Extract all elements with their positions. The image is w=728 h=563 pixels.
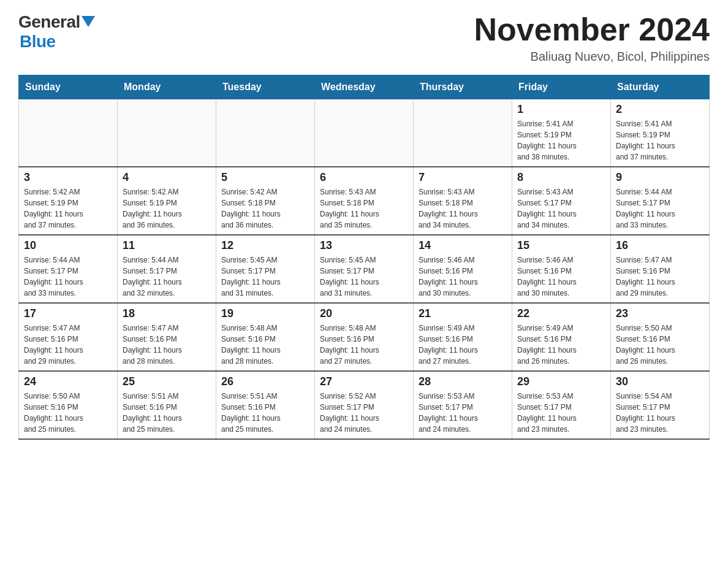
calendar-week-row: 24Sunrise: 5:50 AMSunset: 5:16 PMDayligh…	[19, 371, 710, 439]
calendar-cell: 18Sunrise: 5:47 AMSunset: 5:16 PMDayligh…	[118, 303, 216, 371]
day-number: 15	[517, 239, 605, 252]
main-title: November 2024	[474, 12, 710, 47]
calendar-cell: 14Sunrise: 5:46 AMSunset: 5:16 PMDayligh…	[414, 235, 512, 303]
day-number: 5	[221, 171, 309, 184]
day-info: Sunrise: 5:46 AMSunset: 5:16 PMDaylight:…	[419, 255, 507, 299]
day-info: Sunrise: 5:47 AMSunset: 5:16 PMDaylight:…	[616, 255, 704, 299]
day-number: 29	[517, 375, 605, 388]
logo-triangle-icon	[82, 16, 95, 27]
weekday-header-row: SundayMondayTuesdayWednesdayThursdayFrid…	[19, 75, 710, 99]
calendar-cell: 23Sunrise: 5:50 AMSunset: 5:16 PMDayligh…	[611, 303, 710, 371]
subtitle: Baliuag Nuevo, Bicol, Philippines	[474, 50, 710, 64]
day-number: 2	[616, 103, 704, 116]
day-number: 13	[320, 239, 408, 252]
calendar-cell: 24Sunrise: 5:50 AMSunset: 5:16 PMDayligh…	[19, 371, 118, 439]
page-header: General Blue November 2024 Baliuag Nuevo…	[18, 12, 710, 64]
calendar-cell: 8Sunrise: 5:43 AMSunset: 5:17 PMDaylight…	[512, 167, 611, 235]
calendar-cell: 5Sunrise: 5:42 AMSunset: 5:18 PMDaylight…	[216, 167, 315, 235]
day-number: 18	[123, 307, 211, 320]
day-number: 9	[616, 171, 704, 184]
day-info: Sunrise: 5:46 AMSunset: 5:16 PMDaylight:…	[517, 255, 605, 299]
day-info: Sunrise: 5:41 AMSunset: 5:19 PMDaylight:…	[616, 118, 704, 163]
weekday-header-monday: Monday	[118, 75, 216, 99]
calendar-body: 1Sunrise: 5:41 AMSunset: 5:19 PMDaylight…	[19, 99, 710, 440]
day-number: 30	[616, 375, 704, 388]
calendar-cell: 26Sunrise: 5:51 AMSunset: 5:16 PMDayligh…	[216, 371, 315, 439]
calendar-cell	[118, 99, 216, 167]
day-number: 24	[24, 375, 112, 388]
day-info: Sunrise: 5:53 AMSunset: 5:17 PMDaylight:…	[419, 391, 507, 435]
calendar-header: SundayMondayTuesdayWednesdayThursdayFrid…	[19, 75, 710, 99]
calendar-cell: 12Sunrise: 5:45 AMSunset: 5:17 PMDayligh…	[216, 235, 315, 303]
calendar-cell: 22Sunrise: 5:49 AMSunset: 5:16 PMDayligh…	[512, 303, 611, 371]
calendar-cell: 6Sunrise: 5:43 AMSunset: 5:18 PMDaylight…	[315, 167, 414, 235]
day-number: 16	[616, 239, 704, 252]
day-info: Sunrise: 5:51 AMSunset: 5:16 PMDaylight:…	[123, 391, 211, 435]
calendar-cell: 17Sunrise: 5:47 AMSunset: 5:16 PMDayligh…	[19, 303, 118, 371]
calendar-cell	[216, 99, 315, 167]
day-info: Sunrise: 5:45 AMSunset: 5:17 PMDaylight:…	[320, 255, 408, 299]
day-info: Sunrise: 5:48 AMSunset: 5:16 PMDaylight:…	[320, 323, 408, 367]
svg-marker-0	[82, 16, 95, 27]
title-block: November 2024 Baliuag Nuevo, Bicol, Phil…	[474, 12, 710, 64]
day-info: Sunrise: 5:49 AMSunset: 5:16 PMDaylight:…	[517, 323, 605, 367]
day-number: 6	[320, 171, 408, 184]
day-number: 10	[24, 239, 112, 252]
calendar-week-row: 10Sunrise: 5:44 AMSunset: 5:17 PMDayligh…	[19, 235, 710, 303]
day-number: 19	[221, 307, 309, 320]
day-number: 20	[320, 307, 408, 320]
day-number: 17	[24, 307, 112, 320]
day-info: Sunrise: 5:50 AMSunset: 5:16 PMDaylight:…	[24, 391, 112, 435]
weekday-header-tuesday: Tuesday	[216, 75, 315, 99]
day-info: Sunrise: 5:43 AMSunset: 5:18 PMDaylight:…	[320, 186, 408, 231]
day-info: Sunrise: 5:44 AMSunset: 5:17 PMDaylight:…	[24, 255, 112, 299]
calendar-cell	[315, 99, 414, 167]
weekday-header-friday: Friday	[512, 75, 611, 99]
calendar-cell: 9Sunrise: 5:44 AMSunset: 5:17 PMDaylight…	[611, 167, 710, 235]
calendar-cell: 16Sunrise: 5:47 AMSunset: 5:16 PMDayligh…	[611, 235, 710, 303]
calendar-cell: 28Sunrise: 5:53 AMSunset: 5:17 PMDayligh…	[414, 371, 512, 439]
day-info: Sunrise: 5:44 AMSunset: 5:17 PMDaylight:…	[616, 186, 704, 231]
calendar-cell: 15Sunrise: 5:46 AMSunset: 5:16 PMDayligh…	[512, 235, 611, 303]
calendar-cell	[19, 99, 118, 167]
logo-general-text: General	[18, 12, 80, 32]
logo: General Blue	[18, 12, 95, 52]
day-info: Sunrise: 5:54 AMSunset: 5:17 PMDaylight:…	[616, 391, 704, 435]
day-number: 25	[123, 375, 211, 388]
day-number: 3	[24, 171, 112, 184]
calendar-cell: 3Sunrise: 5:42 AMSunset: 5:19 PMDaylight…	[19, 167, 118, 235]
day-info: Sunrise: 5:43 AMSunset: 5:17 PMDaylight:…	[517, 186, 605, 231]
day-info: Sunrise: 5:41 AMSunset: 5:19 PMDaylight:…	[517, 118, 605, 163]
weekday-header-sunday: Sunday	[19, 75, 118, 99]
calendar-cell: 2Sunrise: 5:41 AMSunset: 5:19 PMDaylight…	[611, 99, 710, 167]
day-info: Sunrise: 5:42 AMSunset: 5:19 PMDaylight:…	[123, 186, 211, 231]
day-info: Sunrise: 5:42 AMSunset: 5:19 PMDaylight:…	[24, 186, 112, 231]
calendar-cell: 19Sunrise: 5:48 AMSunset: 5:16 PMDayligh…	[216, 303, 315, 371]
calendar-cell	[414, 99, 512, 167]
calendar-cell: 21Sunrise: 5:49 AMSunset: 5:16 PMDayligh…	[414, 303, 512, 371]
day-info: Sunrise: 5:51 AMSunset: 5:16 PMDaylight:…	[221, 391, 309, 435]
day-info: Sunrise: 5:48 AMSunset: 5:16 PMDaylight:…	[221, 323, 309, 367]
day-number: 23	[616, 307, 704, 320]
day-info: Sunrise: 5:49 AMSunset: 5:16 PMDaylight:…	[419, 323, 507, 367]
weekday-header-wednesday: Wednesday	[315, 75, 414, 99]
day-number: 12	[221, 239, 309, 252]
calendar-cell: 1Sunrise: 5:41 AMSunset: 5:19 PMDaylight…	[512, 99, 611, 167]
day-number: 14	[419, 239, 507, 252]
calendar-cell: 11Sunrise: 5:44 AMSunset: 5:17 PMDayligh…	[118, 235, 216, 303]
day-number: 22	[517, 307, 605, 320]
day-info: Sunrise: 5:53 AMSunset: 5:17 PMDaylight:…	[517, 391, 605, 435]
day-number: 27	[320, 375, 408, 388]
day-info: Sunrise: 5:50 AMSunset: 5:16 PMDaylight:…	[616, 323, 704, 367]
calendar-cell: 25Sunrise: 5:51 AMSunset: 5:16 PMDayligh…	[118, 371, 216, 439]
calendar-cell: 4Sunrise: 5:42 AMSunset: 5:19 PMDaylight…	[118, 167, 216, 235]
calendar-cell: 30Sunrise: 5:54 AMSunset: 5:17 PMDayligh…	[611, 371, 710, 439]
calendar-cell: 27Sunrise: 5:52 AMSunset: 5:17 PMDayligh…	[315, 371, 414, 439]
day-info: Sunrise: 5:43 AMSunset: 5:18 PMDaylight:…	[419, 186, 507, 231]
day-number: 8	[517, 171, 605, 184]
day-number: 4	[123, 171, 211, 184]
calendar-cell: 20Sunrise: 5:48 AMSunset: 5:16 PMDayligh…	[315, 303, 414, 371]
day-number: 21	[419, 307, 507, 320]
day-number: 7	[419, 171, 507, 184]
day-number: 11	[123, 239, 211, 252]
